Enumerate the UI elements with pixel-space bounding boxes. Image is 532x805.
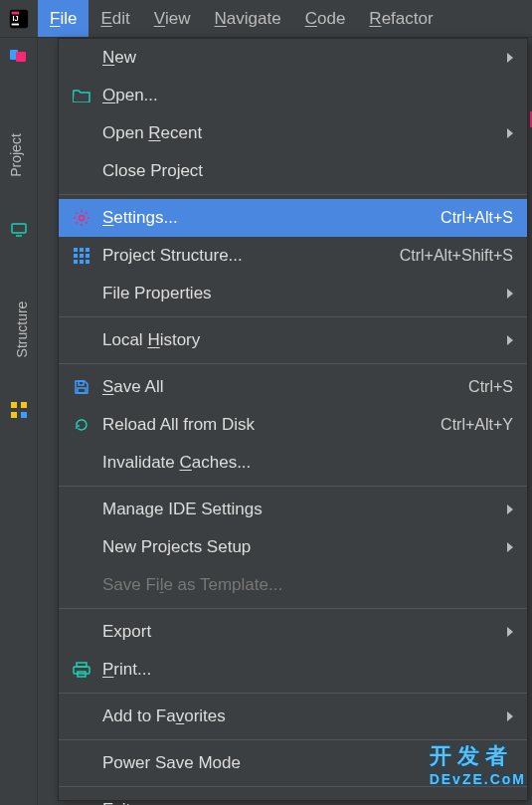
blank-icon (71, 499, 92, 520)
menu-item-local-history[interactable]: Local History (59, 321, 527, 359)
rail-project-label: Project (8, 133, 24, 177)
menu-item-project-structure[interactable]: Project Structure...Ctrl+Alt+Shift+S (59, 237, 527, 275)
shortcut-label: Ctrl+Alt+Shift+S (400, 247, 513, 265)
blank-icon (71, 283, 92, 304)
save-icon (71, 376, 92, 398)
blank-icon (71, 329, 92, 351)
submenu-arrow-icon (507, 289, 513, 299)
svg-rect-16 (74, 254, 78, 258)
menu-item-label: Open Recent (102, 123, 501, 143)
menu-item-label: Add to Favorites (102, 706, 501, 726)
menu-separator (59, 739, 527, 740)
svg-rect-15 (86, 248, 89, 252)
menu-item-exit[interactable]: Exit (59, 791, 527, 805)
submenu-arrow-icon (507, 542, 513, 552)
menu-item-file-properties[interactable]: File Properties (59, 275, 527, 312)
menu-separator (59, 194, 527, 195)
blank-icon (71, 574, 92, 596)
shortcut-label: Ctrl+S (468, 378, 513, 396)
menu-item-label: Manage IDE Settings (102, 500, 501, 519)
menu-item-open-recent[interactable]: Open Recent (59, 114, 527, 152)
menu-item-invalidate-caches[interactable]: Invalidate Caches... (59, 444, 527, 482)
menu-item-open[interactable]: Open... (59, 77, 527, 114)
menu-item-label: Open... (102, 86, 513, 105)
menu-separator (59, 786, 527, 787)
monitor-icon (11, 223, 27, 237)
svg-rect-23 (78, 388, 86, 393)
rail-structure-label: Structure (14, 302, 30, 358)
svg-rect-25 (74, 667, 89, 674)
menu-item-label: Exit (102, 800, 513, 805)
print-icon (71, 659, 92, 681)
submenu-arrow-icon (507, 627, 513, 637)
shortcut-label: Ctrl+Alt+Y (441, 416, 513, 434)
menu-item-new[interactable]: New (59, 39, 527, 77)
gear-icon (71, 207, 92, 229)
menu-item-add-to-favorites[interactable]: Add to Favorites (59, 698, 527, 735)
menu-item-save-file-as-template: Save File as Template... (59, 566, 527, 604)
blank-icon (71, 122, 92, 144)
menu-item-reload-all-from-disk[interactable]: Reload All from DiskCtrl+Alt+Y (59, 406, 527, 444)
menu-item-settings[interactable]: Settings...Ctrl+Alt+S (59, 199, 527, 237)
menu-item-export[interactable]: Export (59, 613, 527, 651)
svg-rect-8 (11, 402, 17, 408)
rail-structure-tab[interactable]: Structure (0, 267, 38, 386)
folder-icon (71, 85, 92, 106)
grid-icon (71, 245, 92, 267)
menu-separator (59, 608, 527, 609)
svg-rect-19 (74, 260, 78, 264)
svg-rect-14 (80, 248, 84, 252)
menu-separator (59, 316, 527, 317)
blank-icon (71, 160, 92, 182)
menu-item-new-projects-setup[interactable]: New Projects Setup (59, 528, 527, 566)
menu-item-power-save-mode[interactable]: Power Save Mode (59, 744, 527, 782)
blank-icon (71, 47, 92, 69)
menu-navigate[interactable]: Navigate (203, 0, 293, 37)
menu-item-save-all[interactable]: Save AllCtrl+S (59, 368, 527, 406)
svg-rect-22 (79, 381, 84, 385)
blank-icon (71, 799, 92, 805)
blank-icon (71, 536, 92, 558)
svg-rect-6 (12, 224, 26, 233)
reload-icon (71, 414, 92, 436)
svg-rect-10 (11, 412, 17, 418)
svg-text:IJ: IJ (13, 13, 19, 22)
submenu-arrow-icon (507, 128, 513, 138)
left-tool-rail: Project Structure (0, 38, 38, 805)
menu-item-label: Invalidate Caches... (102, 453, 513, 473)
menu-item-label: Save All (102, 377, 460, 397)
menu-file[interactable]: File (38, 0, 89, 37)
menu-item-label: New Projects Setup (102, 537, 501, 557)
svg-rect-2 (12, 23, 19, 25)
submenu-arrow-icon (507, 335, 513, 345)
menu-item-print[interactable]: Print... (59, 651, 527, 689)
menu-refactor[interactable]: Refactor (357, 0, 444, 37)
menu-code[interactable]: Code (293, 0, 358, 37)
menu-item-manage-ide-settings[interactable]: Manage IDE Settings (59, 491, 527, 528)
menu-view[interactable]: View (142, 0, 203, 37)
menu-item-label: Export (102, 622, 501, 642)
submenu-arrow-icon (507, 504, 513, 514)
submenu-arrow-icon (507, 53, 513, 63)
svg-rect-9 (21, 402, 27, 408)
menu-item-label: Print... (102, 660, 513, 680)
app-icon: IJ (0, 0, 38, 37)
menu-separator (59, 693, 527, 694)
svg-rect-20 (80, 260, 84, 264)
svg-rect-5 (16, 52, 26, 62)
blank-icon (71, 621, 92, 643)
menu-item-label: Project Structure... (102, 246, 392, 266)
svg-rect-17 (80, 254, 84, 258)
menu-edit[interactable]: Edit (89, 0, 141, 37)
shortcut-label: Ctrl+Alt+S (441, 209, 513, 227)
blank-icon (71, 705, 92, 727)
svg-rect-21 (86, 260, 89, 264)
menu-item-label: Close Project (102, 161, 513, 181)
menu-item-label: Settings... (102, 208, 433, 228)
menu-item-label: Power Save Mode (102, 753, 513, 773)
menu-item-close-project[interactable]: Close Project (59, 152, 527, 190)
menu-item-label: Local History (102, 330, 501, 350)
rail-project-tab[interactable]: Project (0, 98, 38, 207)
rail-commander-icon[interactable] (0, 38, 37, 74)
main-menubar: IJ FileEditViewNavigateCodeRefactor (0, 0, 532, 38)
